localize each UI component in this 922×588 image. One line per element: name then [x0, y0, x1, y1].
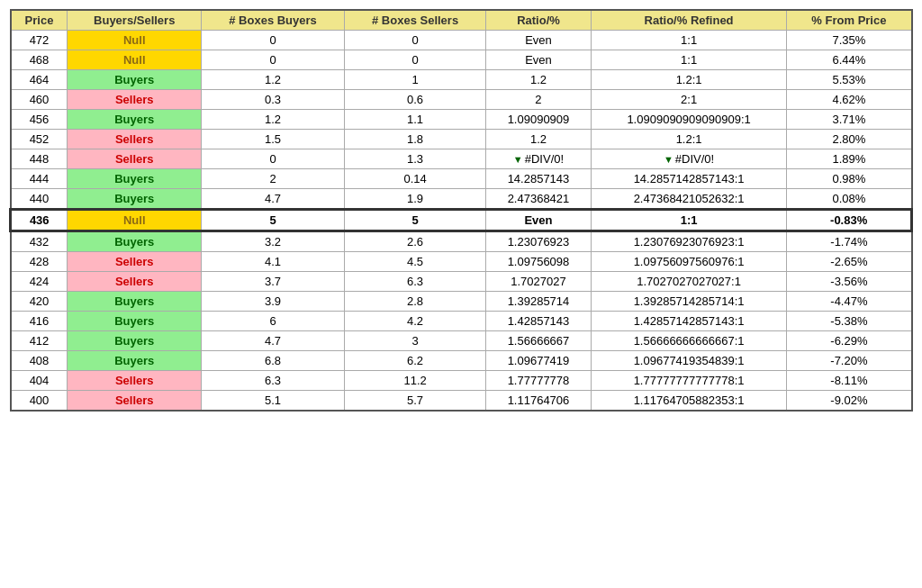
ratio-refined-cell: 1:1 — [591, 50, 786, 70]
ratio-cell: 14.2857143 — [486, 169, 592, 189]
ratio-refined-cell: 2.47368421052632:1 — [591, 189, 786, 210]
boxes-sellers-cell: 5 — [345, 210, 486, 231]
price-cell: 468 — [11, 50, 68, 70]
price-cell: 472 — [11, 31, 68, 50]
pct-from-price-cell: 3.71% — [787, 110, 912, 130]
buyers-sellers-cell: Sellers — [68, 90, 202, 110]
price-cell: 420 — [11, 292, 68, 312]
boxes-sellers-cell: 0.14 — [345, 169, 486, 189]
price-cell: 416 — [11, 312, 68, 331]
ratio-refined-cell: 1.42857142857143:1 — [591, 312, 786, 331]
table-row: 412Buyers4.731.566666671.56666666666667:… — [11, 331, 912, 351]
ratio-refined-cell: 1.11764705882353:1 — [591, 391, 786, 412]
ratio-refined-cell: 1:1 — [591, 31, 786, 50]
boxes-sellers-cell: 4.5 — [345, 252, 486, 272]
boxes-buyers-cell: 3.7 — [201, 272, 344, 292]
pct-from-price-cell: -5.38% — [787, 312, 912, 331]
table-row: 448Sellers01.3▼#DIV/0!▼#DIV/0!1.89% — [11, 149, 912, 169]
boxes-buyers-cell: 6.3 — [201, 371, 344, 391]
boxes-buyers-cell: 4.1 — [201, 252, 344, 272]
price-cell: 408 — [11, 351, 68, 371]
col-ratio: Ratio/% — [486, 10, 592, 31]
ratio-cell: 1.23076923 — [486, 231, 592, 252]
header-row: Price Buyers/Sellers # Boxes Buyers # Bo… — [11, 10, 912, 31]
buyers-sellers-cell: Buyers — [68, 110, 202, 130]
col-boxes-sellers: # Boxes Sellers — [345, 10, 486, 31]
price-cell: 436 — [11, 210, 68, 231]
price-cell: 460 — [11, 90, 68, 110]
price-cell: 400 — [11, 391, 68, 412]
buyers-sellers-cell: Sellers — [68, 391, 202, 412]
buyers-sellers-cell: Buyers — [68, 331, 202, 351]
price-table: Price Buyers/Sellers # Boxes Buyers # Bo… — [9, 9, 913, 412]
price-cell: 464 — [11, 70, 68, 90]
ratio-cell: Even — [486, 31, 592, 50]
price-cell: 428 — [11, 252, 68, 272]
ratio-cell: Even — [486, 50, 592, 70]
boxes-buyers-cell: 6.8 — [201, 351, 344, 371]
ratio-refined-cell: 2:1 — [591, 90, 786, 110]
buyers-sellers-cell: Sellers — [68, 272, 202, 292]
price-cell: 432 — [11, 231, 68, 252]
pct-from-price-cell: 6.44% — [787, 50, 912, 70]
pct-from-price-cell: 0.98% — [787, 169, 912, 189]
boxes-sellers-cell: 2.8 — [345, 292, 486, 312]
pct-from-price-cell: -4.47% — [787, 292, 912, 312]
ratio-refined-cell: 1.09677419354839:1 — [591, 351, 786, 371]
pct-from-price-cell: -7.20% — [787, 351, 912, 371]
ratio-refined-cell: 14.2857142857143:1 — [591, 169, 786, 189]
boxes-sellers-cell: 0 — [345, 31, 486, 50]
col-buyers-sellers: Buyers/Sellers — [68, 10, 202, 31]
pct-from-price-cell: -8.11% — [787, 371, 912, 391]
col-pct-from: % From Price — [787, 10, 912, 31]
boxes-sellers-cell: 0.6 — [345, 90, 486, 110]
boxes-buyers-cell: 1.5 — [201, 130, 344, 149]
boxes-buyers-cell: 0 — [201, 149, 344, 169]
table-row: 452Sellers1.51.81.21.2:12.80% — [11, 130, 912, 149]
boxes-sellers-cell: 4.2 — [345, 312, 486, 331]
buyers-sellers-cell: Buyers — [68, 70, 202, 90]
ratio-cell: Even — [486, 210, 592, 231]
price-cell: 456 — [11, 110, 68, 130]
ratio-cell: 1.42857143 — [486, 312, 592, 331]
buyers-sellers-cell: Null — [68, 50, 202, 70]
boxes-buyers-cell: 1.2 — [201, 110, 344, 130]
ratio-refined-cell: 1.56666666666667:1 — [591, 331, 786, 351]
ratio-cell: 1.09090909 — [486, 110, 592, 130]
table-row: 428Sellers4.14.51.097560981.097560975609… — [11, 252, 912, 272]
buyers-sellers-cell: Buyers — [68, 231, 202, 252]
boxes-sellers-cell: 1 — [345, 70, 486, 90]
boxes-buyers-cell: 5.1 — [201, 391, 344, 412]
pct-from-price-cell: 0.08% — [787, 189, 912, 210]
table-row: 404Sellers6.311.21.777777781.77777777777… — [11, 371, 912, 391]
boxes-buyers-cell: 3.2 — [201, 231, 344, 252]
boxes-sellers-cell: 5.7 — [345, 391, 486, 412]
table-row: 444Buyers20.1414.285714314.2857142857143… — [11, 169, 912, 189]
ratio-refined-cell: ▼#DIV/0! — [591, 149, 786, 169]
price-cell: 444 — [11, 169, 68, 189]
ratio-refined-cell: 1.2:1 — [591, 130, 786, 149]
table-row: 416Buyers64.21.428571431.42857142857143:… — [11, 312, 912, 331]
pct-from-price-cell: -0.83% — [787, 210, 912, 231]
boxes-buyers-cell: 0.3 — [201, 90, 344, 110]
boxes-sellers-cell: 3 — [345, 331, 486, 351]
buyers-sellers-cell: Buyers — [68, 312, 202, 331]
ratio-cell: 2.47368421 — [486, 189, 592, 210]
ratio-cell: 1.7027027 — [486, 272, 592, 292]
flag-icon: ▼ — [513, 154, 523, 165]
boxes-sellers-cell: 1.9 — [345, 189, 486, 210]
buyers-sellers-cell: Sellers — [68, 371, 202, 391]
price-cell: 424 — [11, 272, 68, 292]
pct-from-price-cell: -9.02% — [787, 391, 912, 412]
ratio-cell: 1.2 — [486, 130, 592, 149]
price-cell: 404 — [11, 371, 68, 391]
ratio-cell: 1.39285714 — [486, 292, 592, 312]
ratio-refined-cell: 1.77777777777778:1 — [591, 371, 786, 391]
price-cell: 448 — [11, 149, 68, 169]
buyers-sellers-cell: Sellers — [68, 149, 202, 169]
pct-from-price-cell: 2.80% — [787, 130, 912, 149]
boxes-buyers-cell: 2 — [201, 169, 344, 189]
table-row: 456Buyers1.21.11.090909091.0909090909090… — [11, 110, 912, 130]
pct-from-price-cell: -3.56% — [787, 272, 912, 292]
boxes-sellers-cell: 1.3 — [345, 149, 486, 169]
